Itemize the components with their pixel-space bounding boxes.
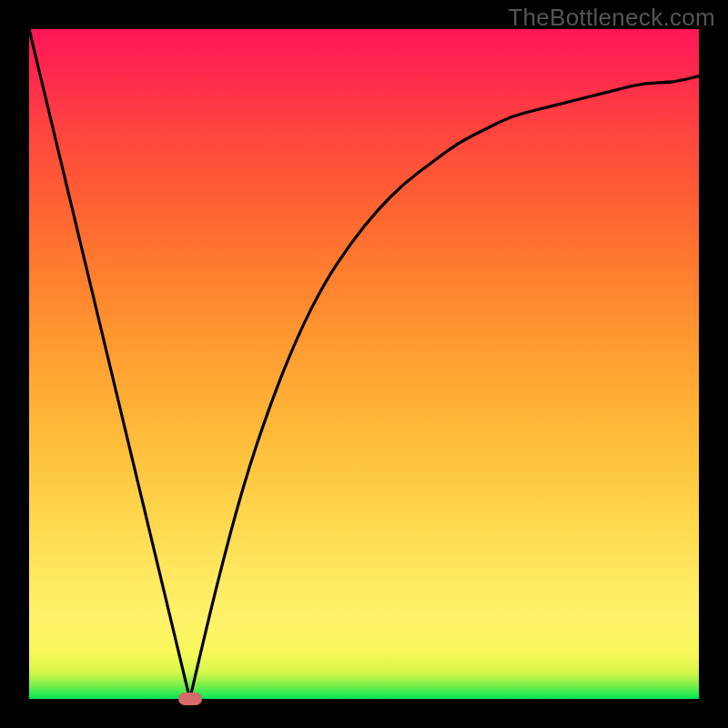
watermark-text: TheBottleneck.com bbox=[508, 4, 715, 32]
plot-area bbox=[29, 29, 699, 699]
chart-container: TheBottleneck.com bbox=[0, 0, 728, 728]
bottleneck-curve bbox=[29, 29, 699, 699]
optimum-marker bbox=[178, 693, 202, 705]
